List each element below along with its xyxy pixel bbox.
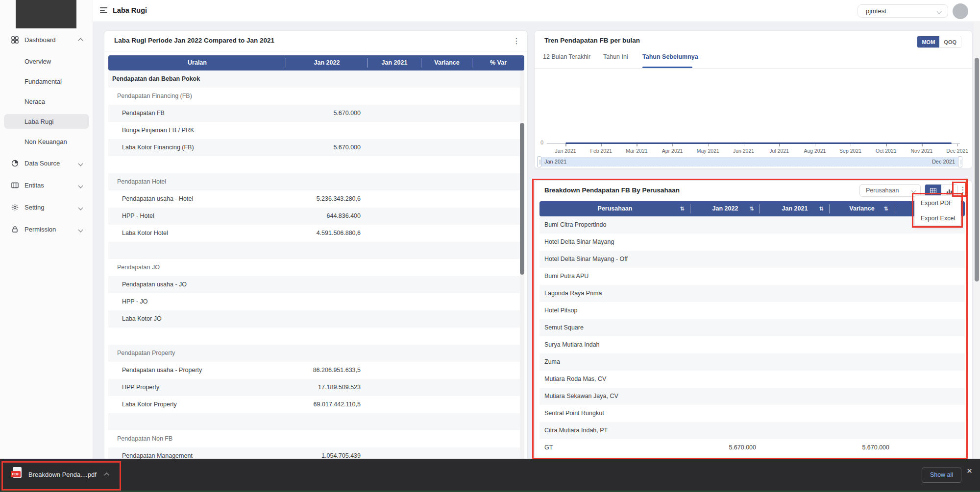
breakdown-kebab-icon[interactable]: ⋮ xyxy=(959,186,967,194)
laba-rugi-table-body: Pendapatan dan Beban PokokPendapatan Fin… xyxy=(108,70,524,465)
table-row-empty xyxy=(108,242,524,259)
breakdown-table-header: Perusahaan⇅Jan 2022⇅Jan 2021⇅Variance⇅ xyxy=(539,201,965,216)
column-header-label: Variance xyxy=(849,205,874,212)
row-label: Laba Kotor JO xyxy=(122,315,162,322)
sidebar-item-laba-rugi[interactable]: Laba Rugi xyxy=(4,114,89,129)
sidebar-item-data-source[interactable]: Data Source xyxy=(4,157,89,170)
row-label: Pendapatan Financing (FB) xyxy=(117,93,192,99)
chevron-up-icon[interactable] xyxy=(104,473,109,478)
column-header-variance[interactable]: Variance⇅ xyxy=(830,201,894,216)
x-axis-label: Nov 2021 xyxy=(905,148,939,154)
company-name: Mutiara Sekawan Jaya, CV xyxy=(544,393,618,399)
tab-tahun-ini[interactable]: Tahun Ini xyxy=(603,53,628,60)
export-excel-item[interactable]: Export Excel xyxy=(915,211,961,226)
breakdown-row: Hotel Pitsop xyxy=(539,302,965,319)
column-header-variance: Variance xyxy=(421,55,472,70)
table-row-empty xyxy=(108,156,524,173)
axis-tick xyxy=(779,144,780,146)
column-header-uraian: Uraian xyxy=(108,55,286,70)
sidebar-item-fundamental[interactable]: Fundamental xyxy=(4,74,89,89)
sidebar-item-label: Neraca xyxy=(24,98,45,105)
tab-12-bulan-terakhir[interactable]: 12 Bulan Terakhir xyxy=(543,53,590,60)
chart-range-brush[interactable]: Jan 2021 Dec 2021 xyxy=(539,157,960,166)
jan-2022-value: 5.670.000 xyxy=(286,110,368,117)
breakdown-row: Zuma xyxy=(539,353,965,371)
jan-2022-value: 5.236.343.280,6 xyxy=(286,195,368,202)
column-header-jan-2022: Jan 2022 xyxy=(286,55,368,70)
column-header-jan-2022[interactable]: Jan 2022⇅ xyxy=(690,201,760,216)
table-row: Pendapatan usaha - JO xyxy=(108,276,524,293)
axis-tick xyxy=(601,144,602,146)
axis-tick xyxy=(851,144,852,146)
chevron-up-icon xyxy=(78,38,83,43)
table-row: Laba Kotor Hotel4.591.506.880,6 xyxy=(108,225,524,242)
table-row: Pendapatan Financing (FB) xyxy=(108,88,524,105)
table-row: Pendapatan usaha - Hotel5.236.343.280,6 xyxy=(108,190,524,208)
table-row: Pendapatan FB5.670.000 xyxy=(108,105,524,122)
jan-2022-value: 5.670.000 xyxy=(690,444,760,451)
export-pdf-item[interactable]: Export PDF xyxy=(915,196,961,211)
table-row: Pendapatan usaha - Property86.206.951.63… xyxy=(108,362,524,379)
chevron-down-icon xyxy=(78,206,83,211)
page-title: Laba Rugi xyxy=(113,6,147,14)
table-row-empty xyxy=(108,413,524,430)
sidebar-item-dashboard[interactable]: Dashboard xyxy=(4,33,89,47)
dashboard-icon xyxy=(11,36,19,44)
sidebar-item-label: Laba Rugi xyxy=(24,118,53,125)
kebab-menu-icon[interactable]: ⋮ xyxy=(513,37,520,45)
column-header-jan-2021: Jan 2021 xyxy=(368,55,421,70)
company-name: Hotel Delta Sinar Mayang - Off xyxy=(544,256,628,262)
brush-handle-right[interactable] xyxy=(958,156,962,167)
mom-button[interactable]: MOM xyxy=(917,36,939,48)
column-header-perusahaan[interactable]: Perusahaan⇅ xyxy=(539,201,690,216)
sidebar-item-non-keuangan[interactable]: Non Keuangan xyxy=(4,134,89,149)
show-all-button[interactable]: Show all xyxy=(922,468,961,483)
downloaded-file-chip[interactable]: Breakdown Penda....pdf xyxy=(28,471,97,478)
sort-icon[interactable]: ⇅ xyxy=(884,201,888,216)
x-axis-label: Apr 2021 xyxy=(655,148,689,154)
sidebar-item-overview[interactable]: Overview xyxy=(4,54,89,69)
sidebar-item-label: Fundamental xyxy=(24,78,62,85)
menu-toggle-icon[interactable] xyxy=(100,7,107,14)
table-row: HPP Property17.189.509.523 xyxy=(108,379,524,396)
qoq-button[interactable]: QOQ xyxy=(939,36,961,48)
page-scrollbar-thumb[interactable] xyxy=(975,58,979,281)
sidebar-item-entitas[interactable]: Entitas xyxy=(4,179,89,192)
axis-tick xyxy=(637,144,637,146)
breakdown-row: Semut Square xyxy=(539,319,965,336)
sidebar-item-permission[interactable]: Permission xyxy=(4,223,89,236)
row-label: Bunga Pinjaman FB / PRK xyxy=(122,127,194,134)
jan-2022-value: 86.206.951.633,5 xyxy=(286,367,368,374)
company-name: Bumi Citra Propertindo xyxy=(544,221,606,228)
sidebar-item-setting[interactable]: Setting xyxy=(4,201,89,214)
user-select[interactable]: pjmtest xyxy=(858,4,948,18)
chevron-down-icon xyxy=(911,188,916,193)
laba-rugi-table-header: UraianJan 2022Jan 2021Variance% Var xyxy=(108,55,524,70)
chevron-down-icon xyxy=(937,9,942,14)
column-header-jan-2021[interactable]: Jan 2021⇅ xyxy=(760,201,830,216)
chevron-down-icon xyxy=(78,162,83,166)
breakdown-filter-select[interactable]: Perusahaan xyxy=(859,184,921,197)
tab-tahun-sebelumnya[interactable]: Tahun Sebelumnya xyxy=(642,53,698,60)
table-scrollbar-thumb[interactable] xyxy=(520,123,524,275)
company-name: Surya Mutiara Indah xyxy=(544,341,600,348)
brush-handle-left[interactable] xyxy=(537,156,541,167)
column-header-label: Jan 2021 xyxy=(382,59,408,66)
x-axis-label: Dec 2021 xyxy=(940,148,975,154)
row-label: HPP Property xyxy=(122,384,159,391)
axis-segment xyxy=(952,143,960,144)
table-row: Laba Kotor JO xyxy=(108,310,524,328)
sort-icon[interactable]: ⇅ xyxy=(819,201,824,216)
avatar[interactable] xyxy=(953,3,968,19)
sidebar-item-neraca[interactable]: Neraca xyxy=(4,94,89,109)
close-icon[interactable]: × xyxy=(967,466,972,476)
table-row: Laba Kotor Property69.017.442.110,5 xyxy=(108,396,524,413)
column-header-label: Variance xyxy=(434,59,459,66)
entity-columns-icon xyxy=(11,181,19,189)
sort-icon[interactable]: ⇅ xyxy=(750,201,754,216)
y-axis-zero-label: 0 xyxy=(540,140,543,145)
jan-2022-value: 644.836.400 xyxy=(286,212,368,219)
row-label: Pendapatan Management xyxy=(122,452,193,459)
sort-icon[interactable]: ⇅ xyxy=(680,201,685,216)
company-name: Hotel Delta Sinar Mayang xyxy=(544,238,614,245)
